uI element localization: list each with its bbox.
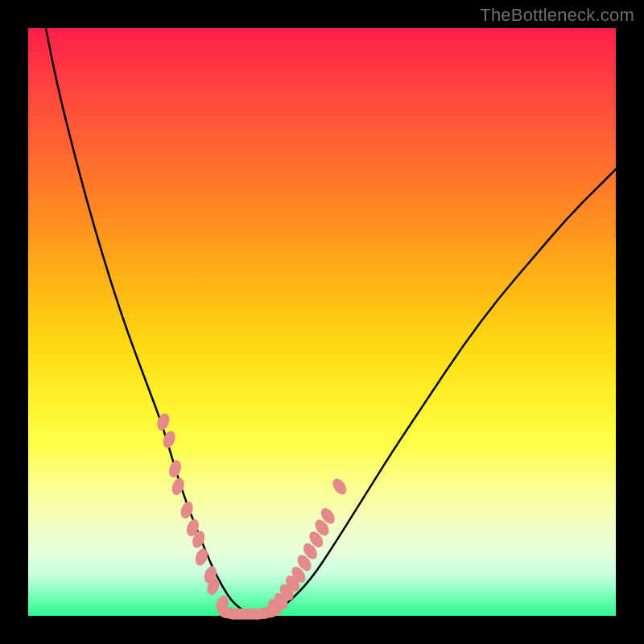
marker-dots-bottom — [219, 607, 278, 620]
svg-point-7 — [193, 547, 210, 567]
watermark-text: TheBottleneck.com — [480, 5, 634, 26]
chart-frame: TheBottleneck.com — [0, 0, 644, 644]
svg-point-2 — [167, 459, 184, 479]
chart-svg — [28, 28, 616, 616]
svg-point-29 — [330, 476, 349, 497]
marker-dots-right — [266, 476, 349, 617]
plot-area — [28, 28, 616, 616]
v-curve — [46, 28, 616, 616]
marker-dots-left — [155, 411, 231, 614]
